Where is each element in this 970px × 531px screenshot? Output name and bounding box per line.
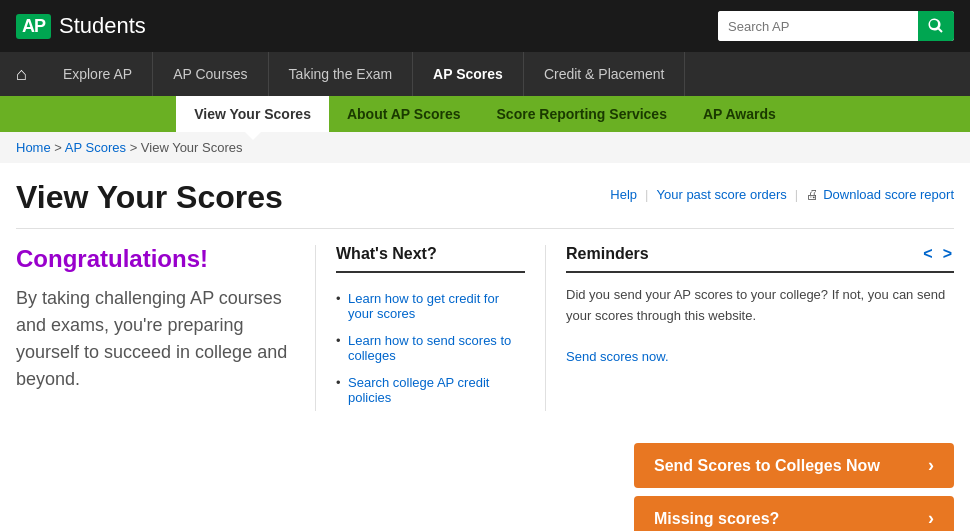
reminders-title: Reminders bbox=[566, 245, 649, 263]
credit-policies-link[interactable]: Search college AP credit policies bbox=[348, 375, 489, 405]
nav-item-credit-placement[interactable]: Credit & Placement bbox=[524, 52, 686, 96]
breadcrumb-current: View Your Scores bbox=[141, 140, 243, 155]
reminders-prev-button[interactable]: < bbox=[921, 245, 934, 263]
send-scores-label: Send Scores to Colleges Now bbox=[654, 457, 880, 475]
send-scores-link[interactable]: Learn how to send scores to colleges bbox=[348, 333, 511, 363]
nav-item-taking-exam[interactable]: Taking the Exam bbox=[269, 52, 414, 96]
list-item: Learn how to send scores to colleges bbox=[336, 327, 525, 369]
reminders-body-text: Did you send your AP scores to your coll… bbox=[566, 287, 945, 323]
breadcrumb-separator2: > bbox=[130, 140, 141, 155]
bottom-actions: Send Scores to Colleges Now › Missing sc… bbox=[0, 427, 970, 531]
breadcrumb-home[interactable]: Home bbox=[16, 140, 51, 155]
breadcrumb-ap-scores[interactable]: AP Scores bbox=[65, 140, 126, 155]
search-area bbox=[718, 11, 954, 41]
missing-scores-button[interactable]: Missing scores? › bbox=[634, 496, 954, 531]
list-item: Search college AP credit policies bbox=[336, 369, 525, 411]
sub-navigation: View Your Scores About AP Scores Score R… bbox=[0, 96, 970, 132]
reminders-content: Did you send your AP scores to your coll… bbox=[566, 285, 954, 368]
page-content: View Your Scores Help | Your past score … bbox=[0, 163, 970, 427]
search-icon bbox=[928, 18, 944, 34]
help-link[interactable]: Help bbox=[610, 187, 637, 202]
download-score-report-link[interactable]: Download score report bbox=[823, 187, 954, 202]
middle-panel: What's Next? Learn how to get credit for… bbox=[316, 245, 546, 411]
sub-nav-about-scores[interactable]: About AP Scores bbox=[329, 96, 479, 132]
congrats-title: Congratulations! bbox=[16, 245, 295, 273]
breadcrumb: Home > AP Scores > View Your Scores bbox=[0, 132, 970, 163]
breadcrumb-separator: > bbox=[54, 140, 65, 155]
congrats-text: By taking challenging AP courses and exa… bbox=[16, 285, 295, 393]
separator2: | bbox=[795, 187, 798, 202]
reminders-nav: < > bbox=[921, 245, 954, 263]
whats-next-title: What's Next? bbox=[336, 245, 525, 273]
ap-logo[interactable]: AP bbox=[16, 14, 51, 39]
content-grid: Congratulations! By taking challenging A… bbox=[16, 245, 954, 411]
search-input[interactable] bbox=[718, 11, 918, 41]
title-actions: Help | Your past score orders | 🖨 Downlo… bbox=[610, 179, 954, 202]
sub-nav-view-scores[interactable]: View Your Scores bbox=[176, 96, 329, 132]
printer-icon: 🖨 bbox=[806, 187, 819, 202]
reminders-header: Reminders < > bbox=[566, 245, 954, 273]
nav-item-ap-scores[interactable]: AP Scores bbox=[413, 52, 524, 96]
search-box bbox=[718, 11, 954, 41]
site-header: AP Students bbox=[0, 0, 970, 52]
nav-item-ap-courses[interactable]: AP Courses bbox=[153, 52, 268, 96]
past-orders-link[interactable]: Your past score orders bbox=[657, 187, 787, 202]
separator: | bbox=[645, 187, 648, 202]
main-navigation: ⌂ Explore AP AP Courses Taking the Exam … bbox=[0, 52, 970, 96]
page-title: View Your Scores bbox=[16, 179, 283, 216]
home-icon: ⌂ bbox=[16, 64, 27, 85]
send-scores-chevron: › bbox=[928, 455, 934, 476]
missing-scores-chevron: › bbox=[928, 508, 934, 529]
nav-item-explore-ap[interactable]: Explore AP bbox=[43, 52, 153, 96]
home-nav-item[interactable]: ⌂ bbox=[0, 52, 43, 96]
download-link: 🖨 Download score report bbox=[806, 187, 954, 202]
credit-link[interactable]: Learn how to get credit for your scores bbox=[348, 291, 499, 321]
send-scores-button[interactable]: Send Scores to Colleges Now › bbox=[634, 443, 954, 488]
whats-next-list: Learn how to get credit for your scores … bbox=[336, 285, 525, 411]
sub-nav-ap-awards[interactable]: AP Awards bbox=[685, 96, 794, 132]
left-panel: Congratulations! By taking challenging A… bbox=[16, 245, 316, 411]
site-title: Students bbox=[59, 13, 146, 39]
right-panel: Reminders < > Did you send your AP score… bbox=[546, 245, 954, 411]
missing-scores-label: Missing scores? bbox=[654, 510, 779, 528]
sub-nav-score-reporting[interactable]: Score Reporting Services bbox=[479, 96, 685, 132]
search-button[interactable] bbox=[918, 11, 954, 41]
list-item: Learn how to get credit for your scores bbox=[336, 285, 525, 327]
reminders-next-button[interactable]: > bbox=[941, 245, 954, 263]
logo-area: AP Students bbox=[16, 13, 146, 39]
title-row: View Your Scores Help | Your past score … bbox=[16, 179, 954, 229]
send-scores-now-link[interactable]: Send scores now. bbox=[566, 349, 669, 364]
